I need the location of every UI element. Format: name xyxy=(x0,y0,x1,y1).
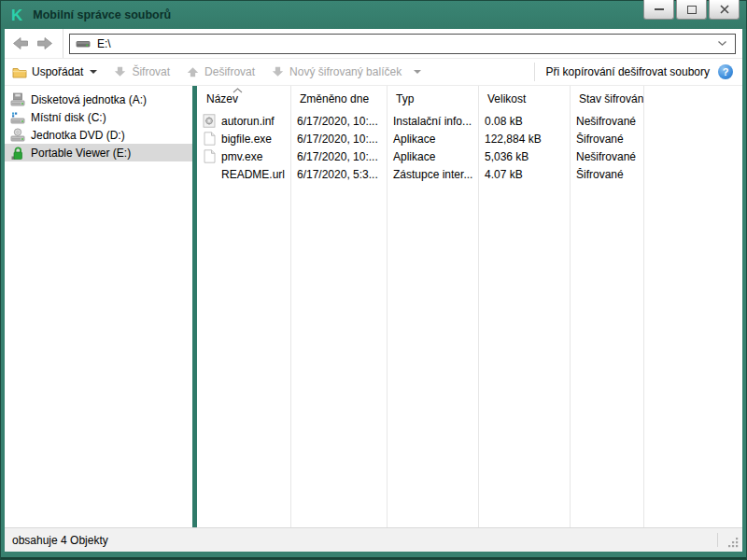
file-row-autorun[interactable]: autorun.inf 6/17/2020, 10:... Instalační… xyxy=(197,112,742,130)
new-encrypted-package-label: Nový šifrovaný balíček xyxy=(289,65,402,78)
column-gridline xyxy=(570,86,571,527)
navigation-buttons xyxy=(12,29,63,58)
help-icon[interactable]: ? xyxy=(718,64,733,79)
sidebar-item-drive-c[interactable]: Místní disk (C:) xyxy=(5,108,192,126)
dvd-drive-icon xyxy=(10,128,25,143)
chevron-down-icon[interactable] xyxy=(717,40,727,47)
maximize-button[interactable] xyxy=(676,0,707,20)
status-text: obsahuje 4 Objekty xyxy=(12,534,108,547)
file-encryption-status: Nešifrované xyxy=(570,150,643,163)
file-modified: 6/17/2020, 10:... xyxy=(290,150,387,163)
window-controls xyxy=(643,0,740,20)
file-size: 4.07 kB xyxy=(478,168,570,181)
file-type: Zástupce inter... xyxy=(387,168,478,181)
decrypt-button[interactable]: Dešifrovat xyxy=(186,65,255,78)
column-header-encryption-status[interactable]: Stav šifrování xyxy=(570,92,643,105)
file-type: Instalační info... xyxy=(387,115,478,128)
drive-icon xyxy=(76,38,91,49)
column-header-modified[interactable]: Změněno dne xyxy=(290,92,387,105)
sidebar-item-label: Portable Viewer (E:) xyxy=(31,147,131,160)
status-bar-separator xyxy=(717,533,718,547)
file-list: Název Změněno dne Typ Velikost Stav šifr… xyxy=(197,86,742,527)
drive-tree-sidebar: Disketová jednotka (A:) Místní disk (C:)… xyxy=(5,86,192,527)
arrow-down-icon xyxy=(113,65,127,78)
new-encrypted-package-button[interactable]: Nový šifrovaný balíček xyxy=(271,65,402,78)
sidebar-item-drive-e[interactable]: Portable Viewer (E:) xyxy=(5,144,192,161)
sidebar-item-drive-d[interactable]: Jednotka DVD (D:) xyxy=(5,126,192,144)
app-window: K Mobilní správce souborů E:\ xyxy=(0,0,747,560)
file-modified: 6/17/2020, 5:3... xyxy=(290,168,387,181)
decrypt-on-copy-label: Při kopírování dešifrovat soubory xyxy=(546,65,710,78)
file-icon xyxy=(202,149,217,164)
column-header-type[interactable]: Typ xyxy=(387,92,478,105)
file-row-bigfile[interactable]: bigfile.exe 6/17/2020, 10:... Aplikace 1… xyxy=(197,130,742,147)
encrypt-label: Šifrovat xyxy=(132,65,170,78)
minimize-icon xyxy=(655,8,664,10)
folder-icon xyxy=(12,66,27,78)
file-encryption-status: Šifrované xyxy=(570,168,643,181)
close-button[interactable] xyxy=(709,0,740,20)
file-row-readme[interactable]: README.url 6/17/2020, 5:3... Zástupce in… xyxy=(197,165,742,183)
resize-grip-icon[interactable] xyxy=(727,537,740,549)
window-content: E:\ Uspořádat Šifrovat Dešifrovat Nový š… xyxy=(5,29,742,552)
lock-icon xyxy=(10,146,25,161)
floppy-drive-icon xyxy=(10,92,25,107)
file-encryption-status: Šifrované xyxy=(570,133,643,146)
window-title: Mobilní správce souborů xyxy=(33,8,171,21)
encrypt-button[interactable]: Šifrovat xyxy=(113,65,170,78)
column-header-name[interactable]: Název xyxy=(197,92,290,105)
column-gridline xyxy=(290,86,291,527)
file-type: Aplikace xyxy=(387,133,478,146)
file-size: 122,884 kB xyxy=(478,133,570,146)
organize-dropdown-icon xyxy=(90,70,97,74)
address-bar: E:\ xyxy=(5,29,742,59)
column-gridline xyxy=(478,86,479,527)
column-gridline xyxy=(643,86,644,527)
address-path: E:\ xyxy=(97,37,711,50)
organize-label: Uspořádat xyxy=(32,65,83,78)
sidebar-item-drive-a[interactable]: Disketová jednotka (A:) xyxy=(5,91,192,108)
organize-button[interactable]: Uspořádat xyxy=(12,65,97,78)
title-bar: K Mobilní správce souborů xyxy=(1,1,746,29)
column-gridline xyxy=(387,86,388,527)
file-name: pmv.exe xyxy=(221,150,262,163)
close-icon xyxy=(720,5,729,14)
package-dropdown-icon[interactable] xyxy=(414,70,421,74)
toolbar: Uspořádat Šifrovat Dešifrovat Nový šifro… xyxy=(5,59,742,86)
forward-button[interactable] xyxy=(36,36,53,50)
file-icon xyxy=(202,132,217,147)
arrow-up-icon xyxy=(186,65,200,78)
maximize-icon xyxy=(687,6,697,14)
sidebar-item-label: Místní disk (C:) xyxy=(31,111,106,124)
config-file-icon xyxy=(202,114,217,129)
file-name: bigfile.exe xyxy=(221,133,272,146)
sidebar-item-label: Disketová jednotka (A:) xyxy=(31,93,147,106)
file-size: 0.08 kB xyxy=(478,115,570,128)
address-combobox[interactable]: E:\ xyxy=(69,34,736,54)
file-name: README.url xyxy=(221,168,285,181)
file-name: autorun.inf xyxy=(221,115,275,128)
decrypt-label: Dešifrovat xyxy=(204,65,255,78)
file-row-pmv[interactable]: pmv.exe 6/17/2020, 10:... Aplikace 5,036… xyxy=(197,147,742,165)
file-encryption-status: Nešifrované xyxy=(570,115,643,128)
main-area: Disketová jednotka (A:) Místní disk (C:)… xyxy=(5,86,742,527)
file-size: 5,036 kB xyxy=(478,150,570,163)
list-header: Název Změněno dne Typ Velikost Stav šifr… xyxy=(197,86,742,112)
kaspersky-logo-icon: K xyxy=(11,7,22,23)
hard-disk-icon xyxy=(10,110,25,125)
toolbar-separator xyxy=(534,63,535,81)
sidebar-item-label: Jednotka DVD (D:) xyxy=(31,129,125,142)
file-modified: 6/17/2020, 10:... xyxy=(290,115,387,128)
column-header-size[interactable]: Velikost xyxy=(478,92,570,105)
sort-ascending-icon xyxy=(233,88,243,93)
file-type: Aplikace xyxy=(387,150,478,163)
arrow-down-icon xyxy=(271,65,285,78)
blank-icon-slot xyxy=(202,167,217,182)
file-modified: 6/17/2020, 10:... xyxy=(290,133,387,146)
back-button[interactable] xyxy=(12,36,29,50)
status-bar: obsahuje 4 Objekty xyxy=(5,527,742,552)
minimize-button[interactable] xyxy=(643,0,674,20)
